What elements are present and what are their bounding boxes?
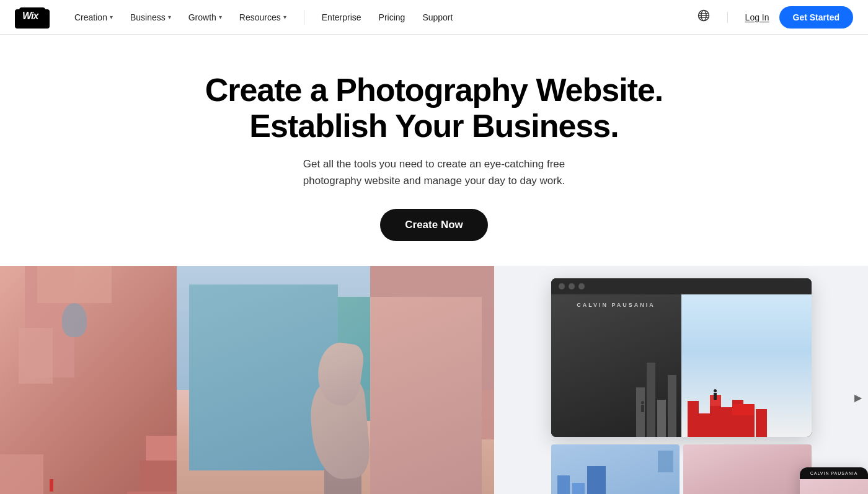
maze-area — [681, 350, 812, 437]
chevron-down-icon: ▾ — [219, 14, 222, 20]
rock-shape — [62, 303, 87, 337]
dark-columns — [636, 363, 676, 437]
browser-right-panel — [681, 294, 812, 437]
hero-section: Create a Photography Website. Establish … — [0, 35, 868, 266]
strip-item-pink — [683, 444, 812, 494]
staircase-blocks — [0, 266, 177, 494]
navbar: Wix Creation ▾ Business ▾ Growth ▾ Resou… — [0, 0, 868, 35]
gallery-strip — [551, 444, 812, 494]
browser-left-panel: CALVIN PAUSANIA — [551, 294, 681, 437]
mobile-mockup: CALVIN PAUSANIA — [800, 467, 868, 494]
gallery-section: CALVIN PAUSANIA — [0, 266, 868, 494]
nav-item-support[interactable]: Support — [415, 9, 460, 26]
gallery-next-arrow[interactable]: ▶ — [854, 392, 862, 404]
sculpture-figure — [306, 330, 380, 494]
nav-item-growth[interactable]: Growth ▾ — [181, 9, 229, 26]
wix-logo[interactable]: Wix — [15, 7, 50, 27]
nav-right-actions: Log In Get Started — [698, 6, 853, 29]
strip-item-blue — [551, 444, 680, 494]
login-link[interactable]: Log In — [745, 12, 769, 22]
gallery-center-image — [177, 266, 494, 494]
blue-block — [658, 451, 673, 472]
globe-icon[interactable] — [698, 9, 710, 25]
nav-divider — [304, 10, 304, 25]
chevron-down-icon: ▾ — [110, 14, 113, 20]
nav-primary-links: Creation ▾ Business ▾ Growth ▾ Resources… — [67, 9, 698, 26]
browser-dot-1 — [559, 283, 565, 289]
nav-item-pricing[interactable]: Pricing — [371, 9, 413, 26]
photographer-name-top: CALVIN PAUSANIA — [551, 302, 681, 308]
browser-mockup: CALVIN PAUSANIA — [551, 278, 812, 437]
nav-item-resources[interactable]: Resources ▾ — [232, 9, 294, 26]
chevron-down-icon: ▾ — [283, 14, 286, 20]
browser-dot-3 — [578, 283, 585, 289]
logo-text: Wix — [15, 9, 50, 29]
browser-bar — [551, 278, 812, 294]
create-now-button[interactable]: Create Now — [380, 209, 488, 241]
hero-title: Create a Photography Website. Establish … — [186, 72, 682, 144]
browser-dot-2 — [569, 283, 575, 289]
gallery-right-panel: CALVIN PAUSANIA — [494, 266, 868, 494]
mobile-content — [800, 479, 868, 494]
strip-pink-bg — [683, 444, 812, 494]
get-started-button[interactable]: Get Started — [779, 6, 853, 29]
mobile-header: CALVIN PAUSANIA — [800, 467, 868, 479]
hero-subtitle: Get all the tools you need to create an … — [279, 156, 589, 189]
browser-content: CALVIN PAUSANIA — [551, 294, 812, 437]
center-background — [177, 266, 494, 494]
red-accent — [50, 479, 53, 492]
strip-blue-figures — [557, 466, 606, 494]
nav-item-creation[interactable]: Creation ▾ — [67, 9, 120, 26]
nav-item-enterprise[interactable]: Enterprise — [314, 9, 369, 26]
maze-person — [714, 393, 717, 400]
chevron-down-icon: ▾ — [168, 14, 171, 20]
nav-right-divider — [727, 12, 728, 23]
nav-item-business[interactable]: Business ▾ — [123, 9, 179, 26]
pink-right-wall — [370, 297, 482, 494]
person-figure — [641, 405, 644, 412]
svg-text:Wix: Wix — [22, 11, 39, 21]
maze-background — [681, 294, 812, 437]
gallery-left-image — [0, 266, 177, 494]
